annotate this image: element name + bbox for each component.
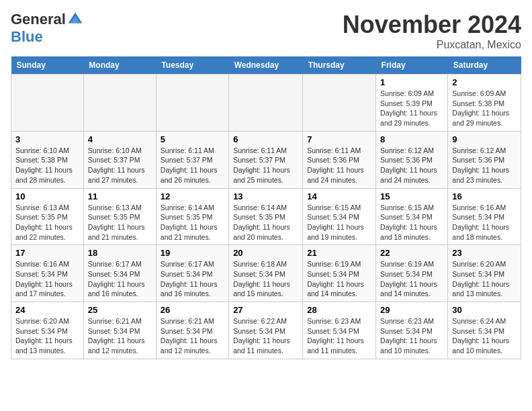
- day-info: Sunrise: 6:17 AMSunset: 5:34 PMDaylight:…: [161, 259, 224, 299]
- day-info: Sunrise: 6:09 AMSunset: 5:38 PMDaylight:…: [452, 89, 517, 128]
- day-number: 3: [15, 134, 79, 144]
- calendar-cell: 17Sunrise: 6:16 AMSunset: 5:34 PMDayligh…: [11, 245, 84, 302]
- day-info: Sunrise: 6:19 AMSunset: 5:34 PMDaylight:…: [380, 259, 443, 299]
- calendar-cell: [303, 75, 376, 132]
- page-header: General Blue November 2024 Puxcatan, Mex…: [11, 11, 521, 51]
- calendar-cell: 23Sunrise: 6:20 AMSunset: 5:34 PMDayligh…: [448, 245, 521, 302]
- calendar-cell: 20Sunrise: 6:18 AMSunset: 5:34 PMDayligh…: [229, 245, 303, 302]
- day-number: 13: [233, 191, 298, 201]
- day-number: 9: [452, 134, 517, 144]
- calendar-cell: 9Sunrise: 6:12 AMSunset: 5:36 PMDaylight…: [448, 131, 521, 188]
- header-cell-saturday: Saturday: [448, 56, 521, 75]
- day-info: Sunrise: 6:11 AMSunset: 5:36 PMDaylight:…: [307, 146, 371, 185]
- day-info: Sunrise: 6:10 AMSunset: 5:38 PMDaylight:…: [15, 146, 79, 185]
- day-number: 27: [233, 305, 298, 315]
- day-info: Sunrise: 6:12 AMSunset: 5:36 PMDaylight:…: [380, 146, 443, 185]
- day-info: Sunrise: 6:09 AMSunset: 5:39 PMDaylight:…: [380, 89, 443, 128]
- day-number: 10: [15, 191, 79, 201]
- day-number: 16: [452, 191, 517, 201]
- calendar-cell: 18Sunrise: 6:17 AMSunset: 5:34 PMDayligh…: [83, 245, 156, 302]
- day-number: 5: [161, 134, 224, 144]
- day-info: Sunrise: 6:19 AMSunset: 5:34 PMDaylight:…: [307, 259, 371, 299]
- day-info: Sunrise: 6:14 AMSunset: 5:35 PMDaylight:…: [233, 203, 298, 242]
- calendar-cell: 14Sunrise: 6:15 AMSunset: 5:34 PMDayligh…: [303, 188, 376, 245]
- day-info: Sunrise: 6:16 AMSunset: 5:34 PMDaylight:…: [452, 203, 517, 242]
- day-info: Sunrise: 6:13 AMSunset: 5:35 PMDaylight:…: [15, 203, 79, 242]
- day-number: 23: [452, 248, 517, 258]
- logo-blue: Blue: [11, 28, 43, 46]
- day-info: Sunrise: 6:23 AMSunset: 5:34 PMDaylight:…: [380, 316, 443, 356]
- day-info: Sunrise: 6:10 AMSunset: 5:37 PMDaylight:…: [88, 146, 152, 185]
- calendar-cell: 27Sunrise: 6:22 AMSunset: 5:34 PMDayligh…: [229, 302, 303, 359]
- calendar-week-1: 3Sunrise: 6:10 AMSunset: 5:38 PMDaylight…: [11, 131, 521, 188]
- day-number: 19: [161, 248, 224, 258]
- calendar-table: SundayMondayTuesdayWednesdayThursdayFrid…: [11, 56, 521, 359]
- calendar-week-2: 10Sunrise: 6:13 AMSunset: 5:35 PMDayligh…: [11, 188, 521, 245]
- logo-general: General: [11, 11, 66, 28]
- day-info: Sunrise: 6:15 AMSunset: 5:34 PMDaylight:…: [307, 203, 371, 242]
- day-number: 28: [307, 305, 371, 315]
- calendar-cell: 19Sunrise: 6:17 AMSunset: 5:34 PMDayligh…: [156, 245, 228, 302]
- header-cell-friday: Friday: [376, 56, 448, 75]
- calendar-cell: 15Sunrise: 6:15 AMSunset: 5:34 PMDayligh…: [376, 188, 448, 245]
- calendar-cell: 8Sunrise: 6:12 AMSunset: 5:36 PMDaylight…: [376, 131, 448, 188]
- calendar-cell: 24Sunrise: 6:20 AMSunset: 5:34 PMDayligh…: [11, 302, 84, 359]
- day-number: 6: [233, 134, 298, 144]
- header-cell-sunday: Sunday: [11, 56, 84, 75]
- day-number: 15: [380, 191, 443, 201]
- day-info: Sunrise: 6:13 AMSunset: 5:35 PMDaylight:…: [88, 203, 152, 242]
- calendar-cell: 3Sunrise: 6:10 AMSunset: 5:38 PMDaylight…: [11, 131, 84, 188]
- header-cell-wednesday: Wednesday: [229, 56, 303, 75]
- header-cell-tuesday: Tuesday: [156, 56, 228, 75]
- calendar-cell: 12Sunrise: 6:14 AMSunset: 5:35 PMDayligh…: [156, 188, 228, 245]
- day-number: 2: [452, 77, 517, 87]
- calendar-cell: 26Sunrise: 6:21 AMSunset: 5:34 PMDayligh…: [156, 302, 228, 359]
- day-info: Sunrise: 6:20 AMSunset: 5:34 PMDaylight:…: [15, 316, 79, 356]
- day-number: 20: [233, 248, 298, 258]
- calendar-cell: [229, 75, 303, 132]
- day-number: 8: [380, 134, 443, 144]
- title-section: November 2024 Puxcatan, Mexico: [343, 11, 521, 51]
- day-number: 11: [88, 191, 152, 201]
- calendar-week-4: 24Sunrise: 6:20 AMSunset: 5:34 PMDayligh…: [11, 302, 521, 359]
- day-number: 1: [380, 77, 443, 87]
- day-number: 14: [307, 191, 371, 201]
- calendar-cell: 21Sunrise: 6:19 AMSunset: 5:34 PMDayligh…: [303, 245, 376, 302]
- header-row: SundayMondayTuesdayWednesdayThursdayFrid…: [11, 56, 521, 75]
- calendar-cell: 1Sunrise: 6:09 AMSunset: 5:39 PMDaylight…: [376, 75, 448, 132]
- calendar-cell: [156, 75, 228, 132]
- calendar-cell: 7Sunrise: 6:11 AMSunset: 5:36 PMDaylight…: [303, 131, 376, 188]
- calendar-cell: 16Sunrise: 6:16 AMSunset: 5:34 PMDayligh…: [448, 188, 521, 245]
- day-info: Sunrise: 6:21 AMSunset: 5:34 PMDaylight:…: [88, 316, 152, 356]
- day-info: Sunrise: 6:16 AMSunset: 5:34 PMDaylight:…: [15, 259, 79, 299]
- day-info: Sunrise: 6:14 AMSunset: 5:35 PMDaylight:…: [161, 203, 224, 242]
- logo: General Blue: [11, 11, 83, 46]
- day-info: Sunrise: 6:11 AMSunset: 5:37 PMDaylight:…: [233, 146, 298, 185]
- calendar-cell: 2Sunrise: 6:09 AMSunset: 5:38 PMDaylight…: [448, 75, 521, 132]
- calendar-cell: 11Sunrise: 6:13 AMSunset: 5:35 PMDayligh…: [83, 188, 156, 245]
- day-number: 21: [307, 248, 371, 258]
- calendar-cell: 28Sunrise: 6:23 AMSunset: 5:34 PMDayligh…: [303, 302, 376, 359]
- calendar-week-3: 17Sunrise: 6:16 AMSunset: 5:34 PMDayligh…: [11, 245, 521, 302]
- day-info: Sunrise: 6:21 AMSunset: 5:34 PMDaylight:…: [161, 316, 224, 356]
- calendar-cell: 4Sunrise: 6:10 AMSunset: 5:37 PMDaylight…: [83, 131, 156, 188]
- day-info: Sunrise: 6:22 AMSunset: 5:34 PMDaylight:…: [233, 316, 298, 356]
- day-number: 30: [452, 305, 517, 315]
- day-number: 29: [380, 305, 443, 315]
- day-number: 22: [380, 248, 443, 258]
- calendar-cell: [83, 75, 156, 132]
- day-number: 25: [88, 305, 152, 315]
- calendar-cell: 10Sunrise: 6:13 AMSunset: 5:35 PMDayligh…: [11, 188, 84, 245]
- calendar-cell: 30Sunrise: 6:24 AMSunset: 5:34 PMDayligh…: [448, 302, 521, 359]
- calendar-cell: 25Sunrise: 6:21 AMSunset: 5:34 PMDayligh…: [83, 302, 156, 359]
- calendar-cell: 22Sunrise: 6:19 AMSunset: 5:34 PMDayligh…: [376, 245, 448, 302]
- logo-icon: [67, 11, 83, 28]
- day-info: Sunrise: 6:20 AMSunset: 5:34 PMDaylight:…: [452, 259, 517, 299]
- day-number: 7: [307, 134, 371, 144]
- day-info: Sunrise: 6:11 AMSunset: 5:37 PMDaylight:…: [161, 146, 224, 185]
- day-number: 17: [15, 248, 79, 258]
- day-number: 24: [15, 305, 79, 315]
- day-info: Sunrise: 6:23 AMSunset: 5:34 PMDaylight:…: [307, 316, 371, 356]
- header-cell-monday: Monday: [83, 56, 156, 75]
- day-number: 4: [88, 134, 152, 144]
